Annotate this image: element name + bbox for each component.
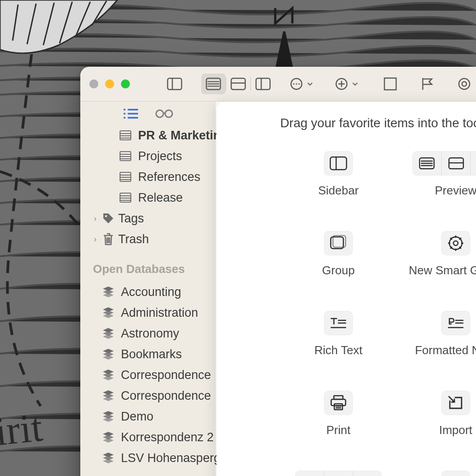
toolbar-view-segment <box>199 72 277 96</box>
svg-marker-54 <box>103 293 114 297</box>
toolbar-view-split-vertical[interactable] <box>251 74 275 94</box>
chevron-down-icon <box>307 81 313 87</box>
palette-item-group[interactable]: Group <box>280 231 397 277</box>
sidebar-database-item[interactable]: Administration <box>80 302 216 323</box>
database-stack-icon <box>102 348 115 360</box>
database-stack-icon <box>102 452 115 464</box>
database-stack-icon <box>102 327 115 340</box>
sidebar-database-item[interactable]: Accounting <box>80 282 216 302</box>
target-icon <box>324 471 353 476</box>
sidebar-item-label: Release <box>138 191 183 205</box>
sidebar-database-item[interactable]: Astronomy <box>80 323 216 344</box>
sidebar-item-tags[interactable]: › Tags <box>80 208 216 229</box>
tag-icon <box>102 212 115 225</box>
traffic-lights <box>89 79 130 88</box>
toolbar-action-menu[interactable] <box>290 77 313 91</box>
svg-marker-63 <box>103 355 114 360</box>
svg-text:irit: irit <box>0 405 45 454</box>
toolbar-new-menu[interactable] <box>335 77 358 91</box>
palette-label: Import <box>439 423 472 437</box>
sidebar-item-label: Korrespondenz 2 <box>121 430 214 444</box>
sidebar-mode-list[interactable] <box>122 107 139 122</box>
sidebar-item-label: Administration <box>121 306 198 320</box>
close-button[interactable] <box>89 79 98 88</box>
svg-point-31 <box>165 110 172 117</box>
svg-point-15 <box>298 83 300 84</box>
sidebar-item-label: Bookmarks <box>121 347 182 361</box>
zoom-button[interactable] <box>121 79 130 88</box>
sidebar-item-projects[interactable]: Projects <box>80 146 216 166</box>
app-window: PR & Marketing Projects References <box>80 67 476 476</box>
toolbar-checkbox-icon[interactable] <box>378 74 402 94</box>
lock-icon <box>353 471 382 476</box>
sidebar-section-header: Open Databases <box>80 250 216 282</box>
folder-icon <box>119 191 132 204</box>
svg-point-92 <box>453 241 458 245</box>
sidebar-database-item[interactable]: Correspondence <box>80 385 216 406</box>
palette-item-mark[interactable]: Mark <box>280 471 397 476</box>
sidebar-item-label: Correspondence <box>121 389 211 403</box>
svg-marker-69 <box>103 397 114 401</box>
database-stack-icon <box>102 410 115 423</box>
chevron-right-icon: › <box>92 214 98 223</box>
sidebar-item-label: Trash <box>118 232 149 246</box>
palette-label: Print <box>326 423 350 437</box>
toolbar-view-list[interactable] <box>201 74 226 94</box>
svg-point-13 <box>293 83 294 84</box>
toolbar-view-split-horizontal[interactable] <box>226 74 250 94</box>
sidebar-item-label: PR & Marketing <box>138 129 228 143</box>
sidebar-item-label: References <box>138 170 200 184</box>
palette-label: Formatted Note <box>415 343 476 357</box>
sidebar-item-trash[interactable]: › Trash <box>80 229 216 250</box>
database-stack-icon <box>102 286 115 298</box>
svg-marker-78 <box>103 459 114 463</box>
sidebar-database-item[interactable]: LSV Hohenasperg <box>80 448 216 468</box>
customize-toolbar-sheet: Drag your favorite items into the toolba… <box>217 102 476 476</box>
palette-item-preview[interactable]: Preview <box>397 151 476 198</box>
sidebar-mode-reading[interactable] <box>155 109 174 120</box>
sidebar-item-pr-marketing[interactable]: PR & Marketing <box>80 125 216 146</box>
sidebar-item-label: Tags <box>118 212 144 226</box>
palette-item-import[interactable]: Import <box>397 391 476 437</box>
svg-rect-2 <box>168 79 182 90</box>
database-stack-icon <box>102 431 115 444</box>
window-titlebar <box>80 67 476 102</box>
sidebar: PR & Marketing Projects References <box>80 102 216 476</box>
sidebar-item-label: Accounting <box>121 285 181 299</box>
palette-item-new-smart-group[interactable]: New Smart Group <box>397 231 476 277</box>
database-stack-icon <box>102 389 115 402</box>
palette-item-rich-text[interactable]: Rich Text <box>280 311 397 357</box>
svg-rect-19 <box>384 78 396 90</box>
toolbar-flag-icon[interactable] <box>415 74 439 94</box>
svg-point-30 <box>156 110 163 117</box>
flag-icon <box>295 471 324 476</box>
sidebar-database-item[interactable]: Demo <box>80 406 216 427</box>
sidebar-item-label: Demo <box>121 410 153 424</box>
toolbar-sidebar-toggle[interactable] <box>162 74 187 94</box>
sidebar-item-references[interactable]: References <box>80 166 216 187</box>
toolbar-target-icon[interactable] <box>452 74 476 94</box>
chevron-right-icon: › <box>92 235 98 244</box>
sidebar-item-release[interactable]: Release <box>80 187 216 208</box>
palette-item-formatted-note[interactable]: Formatted Note <box>397 311 476 357</box>
sidebar-database-item[interactable]: Bookmarks <box>80 344 216 365</box>
palette-item-flag[interactable]: Flag <box>397 471 476 476</box>
toolbar <box>162 72 476 96</box>
sheet-title: Drag your favorite items into the toolba… <box>217 102 476 139</box>
svg-marker-60 <box>103 334 114 339</box>
database-stack-icon <box>102 306 115 319</box>
folder-icon <box>119 129 132 142</box>
chevron-down-icon <box>352 81 358 87</box>
minimize-button[interactable] <box>105 79 114 88</box>
sidebar-database-item[interactable]: Correspondence <box>80 365 216 385</box>
database-stack-icon <box>102 369 115 381</box>
palette-item-sidebar[interactable]: Sidebar <box>280 151 397 198</box>
svg-point-14 <box>296 83 297 84</box>
svg-rect-111 <box>334 404 342 410</box>
svg-rect-79 <box>330 157 347 170</box>
sidebar-database-item[interactable]: Korrespondenz 2 <box>80 427 216 448</box>
svg-rect-8 <box>231 79 245 90</box>
palette-item-print[interactable]: Print <box>280 391 397 437</box>
desktop-background: irit <box>0 0 476 476</box>
sidebar-item-label: LSV Hohenasperg <box>121 451 221 465</box>
